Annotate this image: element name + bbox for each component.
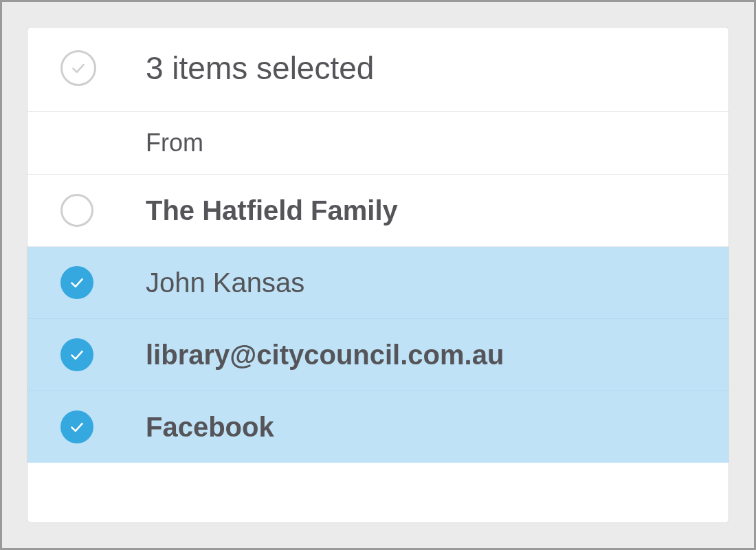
check-icon (68, 274, 86, 292)
check-icon (69, 59, 87, 77)
row-checkbox[interactable] (60, 410, 93, 443)
row-checkbox[interactable] (60, 194, 93, 227)
email-list-panel: 3 items selected From The Hatfield Famil… (27, 27, 729, 523)
from-label: The Hatfield Family (146, 195, 701, 226)
list-item[interactable]: John Kansas (27, 247, 729, 319)
list-item[interactable]: library@citycouncil.com.au (27, 319, 729, 391)
from-column-header[interactable]: From (146, 129, 701, 157)
column-header-row: From (27, 112, 729, 175)
list-item[interactable]: Facebook (27, 391, 729, 463)
check-icon (68, 346, 86, 364)
selection-count-label: 3 items selected (146, 50, 701, 87)
from-label: library@citycouncil.com.au (146, 340, 701, 371)
from-label: Facebook (146, 412, 701, 443)
from-label: John Kansas (146, 267, 701, 298)
check-icon (68, 418, 86, 436)
select-all-checkbox[interactable] (60, 50, 96, 86)
row-checkbox[interactable] (60, 338, 93, 371)
list-item[interactable]: The Hatfield Family (27, 175, 729, 247)
row-checkbox[interactable] (60, 266, 93, 299)
selection-header-row: 3 items selected (27, 28, 729, 112)
